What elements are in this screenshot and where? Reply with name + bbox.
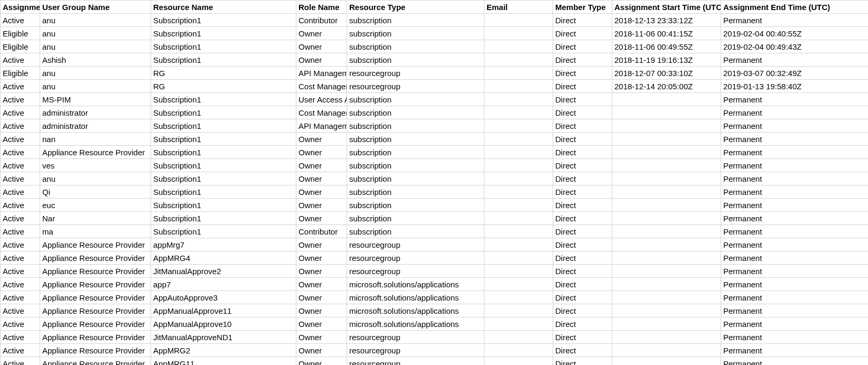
table-cell[interactable]: [484, 212, 553, 225]
table-cell[interactable]: [484, 199, 553, 212]
table-cell[interactable]: Active: [1, 93, 40, 106]
table-cell[interactable]: [484, 317, 553, 331]
table-cell[interactable]: [612, 278, 721, 291]
table-cell[interactable]: Active: [1, 172, 40, 185]
table-cell[interactable]: Direct: [553, 199, 612, 212]
table-cell[interactable]: Contributor: [296, 225, 347, 238]
table-cell[interactable]: Direct: [553, 27, 612, 40]
col-header-member-type[interactable]: Member Type: [553, 1, 612, 14]
table-cell[interactable]: subscription: [347, 146, 484, 159]
table-cell[interactable]: 2019-01-13 19:58:40Z: [721, 80, 869, 93]
table-row[interactable]: ActiveAppliance Resource ProviderappMrg7…: [1, 238, 869, 251]
table-cell[interactable]: Active: [1, 331, 40, 344]
table-cell[interactable]: [612, 199, 721, 212]
table-cell[interactable]: subscription: [347, 40, 484, 53]
table-cell[interactable]: Owner: [296, 291, 347, 304]
table-row[interactable]: ActiveAppliance Resource ProviderAppManu…: [1, 317, 869, 331]
table-cell[interactable]: [612, 357, 721, 366]
table-cell[interactable]: [484, 185, 553, 199]
table-cell[interactable]: Subscription1: [151, 172, 296, 185]
table-cell[interactable]: Subscription1: [151, 133, 296, 146]
table-cell[interactable]: Active: [1, 344, 40, 357]
table-cell[interactable]: Permanent: [721, 14, 869, 27]
table-cell[interactable]: anu: [40, 80, 151, 93]
table-cell[interactable]: Direct: [553, 344, 612, 357]
table-cell[interactable]: Subscription1: [151, 14, 296, 27]
table-cell[interactable]: Permanent: [721, 119, 869, 133]
table-cell[interactable]: [612, 304, 721, 317]
table-cell[interactable]: Permanent: [721, 291, 869, 304]
table-cell[interactable]: [484, 238, 553, 251]
table-cell[interactable]: Direct: [553, 238, 612, 251]
table-cell[interactable]: Active: [1, 80, 40, 93]
table-cell[interactable]: Permanent: [721, 344, 869, 357]
table-cell[interactable]: Subscription1: [151, 119, 296, 133]
table-cell[interactable]: Direct: [553, 251, 612, 265]
table-cell[interactable]: Direct: [553, 172, 612, 185]
table-cell[interactable]: [484, 344, 553, 357]
table-cell[interactable]: Direct: [553, 304, 612, 317]
table-cell[interactable]: 2018-11-19 19:16:13Z: [612, 53, 721, 67]
table-cell[interactable]: [612, 146, 721, 159]
table-row[interactable]: ActiveAppliance Resource ProviderAppMRG1…: [1, 357, 869, 366]
table-cell[interactable]: Permanent: [721, 357, 869, 366]
table-cell[interactable]: Permanent: [721, 251, 869, 265]
table-cell[interactable]: resourcegroup: [347, 265, 484, 278]
table-cell[interactable]: Eligible: [1, 40, 40, 53]
table-cell[interactable]: Direct: [553, 67, 612, 80]
table-cell[interactable]: 2018-11-06 00:49:55Z: [612, 40, 721, 53]
table-cell[interactable]: [484, 80, 553, 93]
table-row[interactable]: ActiveAppliance Resource ProviderAppMRG2…: [1, 344, 869, 357]
table-cell[interactable]: Eligible: [1, 67, 40, 80]
table-cell[interactable]: [612, 265, 721, 278]
table-cell[interactable]: Direct: [553, 93, 612, 106]
table-cell[interactable]: subscription: [347, 93, 484, 106]
table-cell[interactable]: subscription: [347, 133, 484, 146]
table-cell[interactable]: [612, 172, 721, 185]
table-cell[interactable]: 2018-11-06 00:41:15Z: [612, 27, 721, 40]
table-cell[interactable]: Direct: [553, 159, 612, 172]
assignments-table[interactable]: Assignment User Group Name Resource Name…: [0, 0, 868, 365]
table-cell[interactable]: Direct: [553, 331, 612, 344]
table-cell[interactable]: Permanent: [721, 212, 869, 225]
table-cell[interactable]: Subscription1: [151, 27, 296, 40]
col-header-resource-type[interactable]: Resource Type: [347, 1, 484, 14]
table-cell[interactable]: Appliance Resource Provider: [40, 357, 151, 366]
table-cell[interactable]: subscription: [347, 199, 484, 212]
col-header-end-time[interactable]: Assignment End Time (UTC): [721, 1, 869, 14]
table-cell[interactable]: Subscription1: [151, 106, 296, 119]
table-row[interactable]: ActivevesSubscription1OwnersubscriptionD…: [1, 159, 869, 172]
table-cell[interactable]: Permanent: [721, 53, 869, 67]
table-cell[interactable]: Appliance Resource Provider: [40, 265, 151, 278]
table-cell[interactable]: [612, 133, 721, 146]
table-cell[interactable]: Subscription1: [151, 40, 296, 53]
table-cell[interactable]: [612, 251, 721, 265]
table-cell[interactable]: subscription: [347, 14, 484, 27]
table-cell[interactable]: Active: [1, 106, 40, 119]
table-row[interactable]: EligibleanuRGAPI Managementresourcegroup…: [1, 67, 869, 80]
table-cell[interactable]: Owner: [296, 265, 347, 278]
table-cell[interactable]: [484, 27, 553, 40]
table-cell[interactable]: Direct: [553, 265, 612, 278]
table-cell[interactable]: anu: [40, 27, 151, 40]
table-cell[interactable]: [484, 251, 553, 265]
table-cell[interactable]: Owner: [296, 133, 347, 146]
table-cell[interactable]: [612, 331, 721, 344]
table-row[interactable]: ActiveadministratorSubscription1API Mana…: [1, 119, 869, 133]
table-cell[interactable]: Permanent: [721, 146, 869, 159]
table-cell[interactable]: [484, 159, 553, 172]
table-cell[interactable]: microsoft.solutions/applications: [347, 304, 484, 317]
table-cell[interactable]: subscription: [347, 159, 484, 172]
table-cell[interactable]: appMrg7: [151, 238, 296, 251]
table-cell[interactable]: Appliance Resource Provider: [40, 146, 151, 159]
table-cell[interactable]: Direct: [553, 212, 612, 225]
table-cell[interactable]: Cost Management: [296, 106, 347, 119]
table-cell[interactable]: app7: [151, 278, 296, 291]
table-cell[interactable]: Owner: [296, 199, 347, 212]
table-cell[interactable]: Active: [1, 251, 40, 265]
table-cell[interactable]: resourcegroup: [347, 331, 484, 344]
table-cell[interactable]: subscription: [347, 119, 484, 133]
table-row[interactable]: EligibleanuSubscription1Ownersubscriptio…: [1, 27, 869, 40]
table-cell[interactable]: anu: [40, 40, 151, 53]
table-cell[interactable]: Subscription1: [151, 53, 296, 67]
